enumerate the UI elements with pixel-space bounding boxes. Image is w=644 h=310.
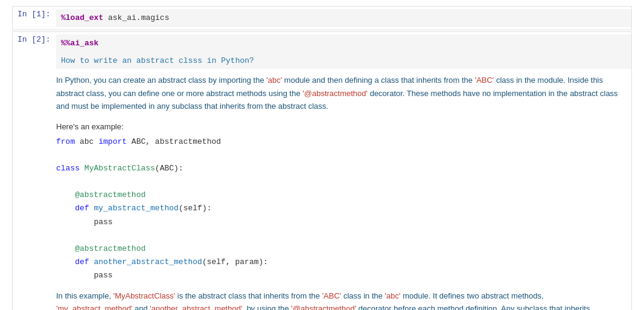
cell-1-content: %load_ext ask_ai.magics (56, 7, 631, 30)
code-line-class: class MyAbstractClass(ABC): (56, 162, 626, 175)
cell-2-content: %%ai_ask How to write an abstract clsss … (56, 32, 631, 310)
code-line-decorator-2: @abstractmethod (56, 242, 626, 256)
output-conclusion: In this example, 'MyAbstractClass' is th… (56, 289, 626, 310)
code-line-pass-1: pass (56, 216, 626, 229)
notebook: In [1]: %load_ext ask_ai.magics In [2]: … (0, 0, 644, 310)
cell-1-input[interactable]: %load_ext ask_ai.magics (56, 9, 631, 27)
cell-2: In [2]: %%ai_ask How to write an abstrac… (12, 31, 632, 310)
cell-1: In [1]: %load_ext ask_ai.magics (12, 6, 632, 30)
cell-1-prompt: In [1]: (13, 7, 56, 22)
magic-command-2: %%ai_ask (61, 39, 98, 48)
code-line-1: from abc import ABC, abstractmethod (56, 135, 626, 149)
code-line-pass-2: pass (56, 269, 626, 282)
code-line-decorator-1: @abstractmethod (56, 189, 626, 202)
cell-2-magic-line[interactable]: %%ai_ask (56, 34, 631, 53)
code-line-blank-2 (56, 175, 626, 189)
example-label: Here's an example: (56, 120, 626, 133)
code-line-blank-3 (56, 229, 626, 242)
code-line-def-1: def my_abstract_method(self): (56, 202, 626, 215)
code-block: from abc import ABC, abstractmethod clas… (56, 135, 626, 282)
magic-arg-1: ask_ai.magics (103, 13, 169, 22)
output-intro: In Python, you can create an abstract cl… (56, 74, 626, 112)
cell-2-prompt: In [2]: (13, 32, 56, 47)
magic-command-1: %load_ext (61, 13, 103, 22)
code-line-def-2: def another_abstract_method(self, param)… (56, 256, 626, 269)
code-line-blank-1 (56, 149, 626, 162)
cell-2-output: In Python, you can create an abstract cl… (56, 69, 631, 310)
question-text: How to write an abstract clsss in Python… (61, 56, 254, 65)
cell-2-question: How to write an abstract clsss in Python… (56, 53, 631, 69)
